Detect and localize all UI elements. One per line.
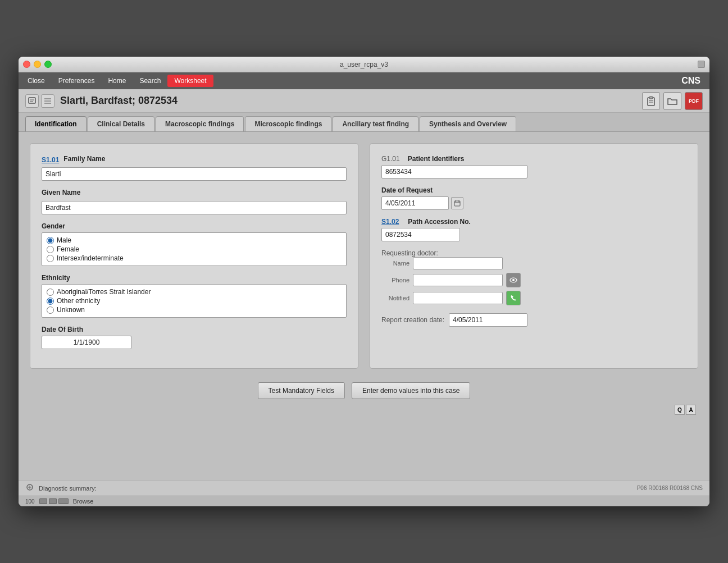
zoom-level: 100 [25, 498, 35, 505]
gender-female-radio[interactable] [47, 246, 54, 253]
given-name-group: Given Name [42, 189, 347, 214]
right-panel: G1.01 Patient Identifiers Date of Reques… [370, 143, 698, 369]
doctor-phone-label: Phone [381, 277, 410, 283]
pdf-label: PDF [689, 98, 699, 104]
given-name-label-row: Given Name [42, 189, 347, 199]
ethnicity-aboriginal-option[interactable]: Aboriginal/Torres Strait Islander [47, 288, 342, 296]
g101-label: G1.01 [381, 155, 400, 163]
ethnicity-label: Ethnicity [42, 274, 347, 282]
status-icon-1 [39, 498, 47, 504]
folder-icon-btn[interactable] [663, 92, 681, 110]
gender-female-option[interactable]: Female [47, 245, 342, 253]
family-name-label: Family Name [63, 155, 105, 163]
eye-icon [509, 277, 517, 283]
pdf-icon-btn[interactable]: PDF [685, 92, 703, 110]
left-panel: S1.01 Family Name Given Name Gender [30, 143, 358, 369]
gender-male-radio[interactable] [47, 237, 54, 244]
gender-intersex-radio[interactable] [47, 255, 54, 262]
date-of-request-group: Date of Request [381, 186, 686, 210]
calendar-icon-btn[interactable] [451, 197, 463, 209]
doctor-notified-input[interactable] [413, 292, 503, 304]
close-traffic-light[interactable] [23, 61, 30, 68]
test-mandatory-button[interactable]: Test Mandatory Fields [258, 382, 345, 399]
dob-group: Date Of Birth [42, 326, 347, 349]
title-bar: a_user_rcpa_v3 [19, 57, 709, 72]
patient-name: Slarti, Bardfast; 0872534 [60, 95, 642, 107]
doctor-notified-label: Notified [381, 295, 410, 301]
patient-icon-1[interactable] [25, 94, 39, 108]
doctor-name-label: Name [381, 260, 410, 267]
tab-microscopic-findings[interactable]: Microscopic findings [245, 116, 331, 131]
home-button[interactable]: Home [101, 75, 133, 87]
main-window: a_user_rcpa_v3 Close Preferences Home Se… [19, 57, 709, 506]
ethnicity-unknown-label: Unknown [57, 306, 85, 314]
window-resize-btn[interactable] [698, 61, 705, 68]
date-of-request-input[interactable] [381, 196, 449, 210]
tab-ancillary-test-finding[interactable]: Ancillary test finding [333, 116, 418, 131]
form-container: S1.01 Family Name Given Name Gender [30, 143, 698, 369]
patient-profile-icon [28, 97, 37, 106]
ethnicity-aboriginal-radio[interactable] [47, 289, 54, 296]
doctor-phone-row: Phone [381, 273, 686, 287]
doctor-notified-row: Notified [381, 291, 686, 305]
tab-macroscopic-findings[interactable]: Macroscopic findings [156, 116, 244, 131]
path-accession-input[interactable] [381, 228, 460, 241]
given-name-input[interactable] [42, 201, 347, 214]
dob-input[interactable] [42, 336, 131, 349]
a-button[interactable]: A [686, 405, 696, 415]
tab-identification[interactable]: Identification [25, 116, 87, 131]
s102-link[interactable]: S1.02 [381, 218, 399, 226]
doctor-name-input[interactable] [413, 257, 503, 269]
footer-bar: Diagnostic summary: P06 R00168 R00168 CN… [19, 480, 709, 496]
s101-link[interactable]: S1.01 [42, 156, 59, 164]
svg-point-15 [512, 279, 515, 281]
resize-icon[interactable] [698, 61, 705, 68]
folder-icon [667, 97, 677, 106]
svg-rect-7 [649, 97, 653, 99]
status-icon-2 [49, 498, 57, 504]
bottom-buttons: Test Mandatory Fields Enter demo values … [30, 382, 698, 399]
app-label: CNS [681, 76, 707, 86]
close-button[interactable]: Close [21, 75, 52, 87]
doctor-phone-input[interactable] [413, 274, 503, 286]
status-icon-3 [58, 498, 69, 504]
report-creation-input[interactable] [449, 313, 527, 327]
ethnicity-other-option[interactable]: Other ethnicity [47, 297, 342, 305]
ethnicity-unknown-option[interactable]: Unknown [47, 306, 342, 314]
maximize-traffic-light[interactable] [44, 61, 52, 68]
footprint-icon [25, 483, 34, 492]
gender-male-option[interactable]: Male [47, 236, 342, 244]
eye-icon-btn[interactable] [506, 273, 521, 287]
calendar-icon [454, 200, 461, 207]
q-label: Q [677, 407, 682, 413]
requesting-doctor-group: Requesting doctor: Name Phone [381, 249, 686, 305]
gender-male-label: Male [57, 236, 71, 244]
patient-identifiers-input[interactable] [381, 165, 527, 178]
preferences-button[interactable]: Preferences [52, 75, 102, 87]
main-content: S1.01 Family Name Given Name Gender [19, 132, 709, 480]
patient-identifiers-group: G1.01 Patient Identifiers [381, 155, 686, 178]
minimize-traffic-light[interactable] [34, 61, 41, 68]
search-button[interactable]: Search [133, 75, 167, 87]
tab-synthesis-overview[interactable]: Synthesis and Overview [420, 116, 516, 131]
phone-icon-btn[interactable] [506, 291, 521, 305]
header-action-icons: PDF [642, 92, 703, 110]
footer-icon [25, 483, 34, 493]
patient-icon-2[interactable] [41, 94, 54, 108]
ethnicity-other-radio[interactable] [47, 297, 54, 305]
ethnicity-radio-group: Aboriginal/Torres Strait Islander Other … [42, 284, 347, 318]
given-name-label: Given Name [42, 189, 80, 196]
clipboard-icon-btn[interactable] [642, 92, 660, 110]
ethnicity-unknown-radio[interactable] [47, 306, 54, 314]
menu-bar: Close Preferences Home Search Worksheet … [19, 72, 709, 89]
status-icons [39, 498, 69, 504]
phone-icon [509, 294, 517, 302]
window-title: a_user_rcpa_v3 [340, 61, 388, 68]
gender-intersex-option[interactable]: Intersex/indeterminate [47, 254, 342, 262]
family-name-input[interactable] [42, 167, 347, 181]
enter-demo-button[interactable]: Enter demo values into this case [352, 382, 470, 399]
a-label: A [689, 407, 693, 413]
worksheet-button[interactable]: Worksheet [167, 75, 213, 87]
tab-clinical-details[interactable]: Clinical Details [88, 116, 154, 131]
q-button[interactable]: Q [675, 405, 685, 415]
